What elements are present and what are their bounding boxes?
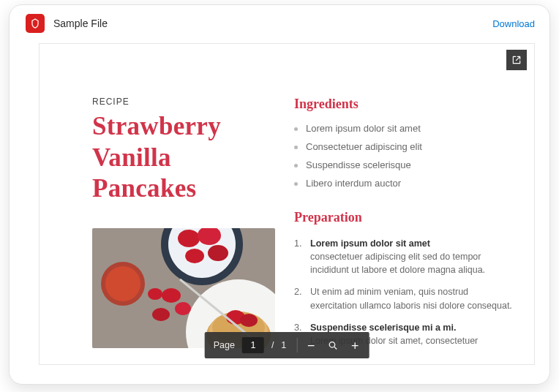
ingredient-item: Lorem ipsum dolor sit amet xyxy=(294,119,512,137)
page-total: 1 xyxy=(281,340,292,350)
svg-point-9 xyxy=(105,266,140,301)
page-label: Page xyxy=(209,340,239,350)
svg-point-17 xyxy=(175,302,191,315)
recipe-photo xyxy=(92,228,275,348)
pdf-viewer-frame: Sample File Download RECIPE Strawberry V… xyxy=(9,4,550,385)
svg-line-22 xyxy=(334,347,337,349)
pdf-icon xyxy=(26,14,45,33)
svg-point-21 xyxy=(329,342,335,347)
magnifier-icon xyxy=(328,340,339,351)
ingredient-item: Consectetuer adipiscing elit xyxy=(294,137,512,156)
svg-point-4 xyxy=(178,230,200,247)
popout-icon xyxy=(511,55,522,65)
preparation-step: Ut enim ad minim veniam, quis nostrud ex… xyxy=(294,281,512,316)
svg-point-7 xyxy=(185,249,204,263)
plus-icon xyxy=(350,340,361,351)
step-body: Ut enim ad minim veniam, quis nostrud ex… xyxy=(310,287,512,310)
document-page: RECIPE Strawberry Vanilla Pancakes xyxy=(92,97,512,364)
popout-button[interactable] xyxy=(506,50,527,70)
recipe-title: Strawberry Vanilla Pancakes xyxy=(92,111,275,205)
svg-point-16 xyxy=(162,288,181,303)
minus-icon xyxy=(306,340,317,351)
pdf-toolbar: Page 1 / 1 xyxy=(205,332,369,358)
zoom-out-button[interactable] xyxy=(301,336,320,355)
svg-point-18 xyxy=(152,308,170,321)
preparation-step: Lorem ipsum dolor sit amet consectetuer … xyxy=(294,233,512,281)
step-title: Lorem ipsum dolor sit amet xyxy=(310,237,512,250)
svg-point-19 xyxy=(148,288,162,300)
recipe-overline: RECIPE xyxy=(92,97,275,107)
step-body: consectetuer adipiscing elit sed do temp… xyxy=(310,252,485,275)
ingredients-heading: Ingredients xyxy=(294,97,512,112)
ingredient-item: Suspendisse scelerisque xyxy=(294,156,512,174)
page-separator: / xyxy=(267,340,278,350)
svg-point-6 xyxy=(208,245,228,261)
file-title: Sample File xyxy=(53,18,108,29)
zoom-in-button[interactable] xyxy=(345,336,364,355)
download-link[interactable]: Download xyxy=(492,18,535,29)
fit-page-button[interactable] xyxy=(323,336,342,355)
ingredient-item: Libero interdum auctor xyxy=(294,174,512,192)
ingredients-list: Lorem ipsum dolor sit amet Consectetuer … xyxy=(294,119,512,192)
document-viewer: RECIPE Strawberry Vanilla Pancakes xyxy=(39,43,535,365)
preparation-heading: Preparation xyxy=(294,210,512,225)
header-bar: Sample File Download xyxy=(10,5,549,37)
svg-point-15 xyxy=(240,314,258,327)
toolbar-divider xyxy=(296,338,297,353)
page-number-input[interactable]: 1 xyxy=(242,337,264,353)
